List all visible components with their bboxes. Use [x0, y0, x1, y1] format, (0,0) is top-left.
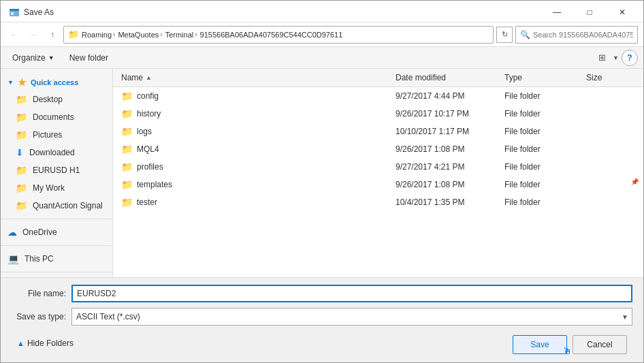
file-cell-name: 📁 config [118, 91, 393, 101]
sidebar-item-mywork-label: My Work [33, 183, 65, 193]
bottom-form: File name: Save as type: ASCII Text (*.c… [1, 277, 643, 362]
toolbar: Organize ▼ New folder ⊞ ▼ ? [1, 47, 643, 69]
maximize-button[interactable]: □ [574, 2, 605, 22]
help-button[interactable]: ? [622, 50, 638, 66]
table-row[interactable]: 📁 config 9/27/2017 4:44 PM File folder [113, 87, 643, 105]
close-button[interactable]: ✕ [607, 2, 638, 22]
hide-folders-button[interactable]: ▲ Hide Folders [17, 338, 74, 348]
saveastype-select[interactable]: ASCII Text (*.csv) [71, 308, 632, 326]
address-bar: ← → ↑ 📁 Roaming › MetaQuotes › Terminal … [1, 22, 643, 47]
file-cell-type: File folder [502, 198, 583, 207]
quick-access-section: ▼ ★ Quick access 📁 Desktop 📌 📁 Documents… [1, 74, 112, 215]
table-row[interactable]: 📁 profiles 9/27/2017 4:21 PM File folder [113, 158, 643, 176]
hide-folders-label: Hide Folders [27, 338, 74, 348]
path-segment-terminal: Terminal › [165, 31, 197, 39]
file-cell-type: File folder [502, 144, 583, 154]
file-cell-date: 9/27/2017 4:44 PM [393, 91, 502, 101]
sidebar-item-onedrive[interactable]: ☁ OneDrive [1, 223, 112, 241]
saveastype-wrapper: ASCII Text (*.csv) ▼ [71, 308, 632, 326]
table-row[interactable]: 📁 MQL4 9/26/2017 1:08 PM File folder [113, 140, 643, 158]
file-cell-type: File folder [502, 180, 583, 189]
address-path[interactable]: 📁 Roaming › MetaQuotes › Terminal › 9155… [63, 26, 494, 44]
file-cell-date: 10/10/2017 1:17 PM [393, 127, 502, 136]
back-button[interactable]: ← [6, 27, 22, 43]
eurusd-folder-icon: 📁 [16, 165, 27, 176]
cancel-label: Cancel [587, 340, 612, 349]
col-name[interactable]: Name ▲ [118, 72, 393, 84]
file-cell-date: 9/26/2017 10:17 PM [393, 109, 502, 119]
organize-button[interactable]: Organize ▼ [6, 50, 61, 66]
saveastype-row: Save as type: ASCII Text (*.csv) ▼ [12, 308, 632, 326]
file-cell-name: 📁 MQL4 [118, 144, 393, 155]
search-box[interactable]: 🔍 [515, 26, 638, 44]
sidebar-item-downloaded[interactable]: ⬇ Downloaded [1, 144, 112, 161]
minimize-button[interactable]: — [541, 2, 573, 22]
file-cell-type: File folder [502, 127, 583, 136]
file-cell-date: 10/4/2017 1:35 PM [393, 198, 502, 207]
sidebar-item-documents[interactable]: 📁 Documents 📌 [1, 108, 112, 126]
quick-access-header[interactable]: ▼ ★ Quick access [1, 74, 112, 91]
file-cell-date: 9/26/2017 1:08 PM [393, 144, 502, 154]
view-button[interactable]: ⊞ [592, 50, 611, 66]
new-folder-label: New folder [69, 53, 108, 63]
folder-icon: 📁 [121, 108, 133, 119]
sidebar-item-thispc-label: This PC [25, 254, 54, 264]
up-button[interactable]: ↑ [44, 27, 61, 43]
save-area: Save 🖱 [513, 335, 567, 354]
folder-icon: 📁 [121, 144, 133, 155]
sidebar-item-eurusd[interactable]: 📁 EURUSD H1 [1, 161, 112, 179]
sidebar-item-pictures[interactable]: 📁 Pictures 📌 [1, 126, 112, 144]
downloaded-folder-icon: ⬇ [16, 147, 24, 158]
save-as-dialog: Save As — □ ✕ ← → ↑ 📁 Roaming › MetaQuot… [0, 0, 644, 363]
path-home-icon: 📁 [68, 29, 79, 40]
main-content: ▼ ★ Quick access 📁 Desktop 📌 📁 Documents… [1, 69, 643, 277]
cancel-button[interactable]: Cancel [573, 335, 627, 354]
organize-label: Organize [12, 53, 46, 63]
sidebar-item-documents-label: Documents [33, 112, 74, 122]
sidebar-item-thispc[interactable]: 💻 This PC [1, 250, 112, 268]
view-chevron-icon: ▼ [613, 54, 619, 61]
quick-access-label: Quick access [31, 78, 78, 86]
onedrive-icon: ☁ [7, 227, 17, 238]
forward-button[interactable]: → [25, 27, 42, 43]
col-size[interactable]: Size [583, 72, 638, 84]
dialog-title: Save As [24, 7, 541, 17]
quick-access-star-icon: ★ [18, 77, 27, 88]
filename-row: File name: [12, 285, 632, 302]
table-row[interactable]: 📁 history 9/26/2017 10:17 PM File folder [113, 105, 643, 123]
dialog-icon [9, 7, 20, 18]
file-cell-date: 9/27/2017 4:21 PM [393, 162, 502, 172]
path-segment-id: 915566BA06ADA407569C544CC0D97611 [200, 31, 343, 39]
quantaction-folder-icon: 📁 [16, 200, 27, 211]
new-folder-button[interactable]: New folder [63, 50, 114, 66]
svg-rect-2 [11, 12, 14, 15]
table-row[interactable]: 📁 tester 10/4/2017 1:35 PM File folder [113, 193, 643, 211]
path-segment-roaming: Roaming › [82, 31, 115, 39]
mywork-folder-icon: 📁 [16, 183, 27, 193]
title-bar: Save As — □ ✕ [1, 1, 643, 22]
file-cell-name: 📁 templates [118, 179, 393, 190]
filename-input[interactable] [71, 285, 632, 302]
file-area: Name ▲ Date modified Type Size 📁 config [113, 69, 643, 277]
search-input[interactable] [533, 31, 633, 39]
quick-access-chevron-icon: ▼ [7, 79, 14, 86]
sidebar-sep-3 [1, 272, 112, 272]
sidebar-item-onedrive-label: OneDrive [22, 227, 57, 237]
sidebar-item-quantaction-label: QuantAction Signal [33, 201, 103, 210]
save-button[interactable]: Save 🖱 [513, 335, 567, 354]
table-row[interactable]: 📁 logs 10/10/2017 1:17 PM File folder [113, 123, 643, 140]
folder-icon: 📁 [121, 91, 133, 101]
organize-chevron-icon: ▼ [48, 54, 54, 61]
col-date[interactable]: Date modified [393, 72, 502, 84]
sidebar-item-desktop-label: Desktop [33, 95, 63, 104]
refresh-button[interactable]: ↻ [496, 27, 513, 43]
window-controls: — □ ✕ [541, 2, 638, 22]
sidebar-sep-1 [1, 219, 112, 219]
table-row[interactable]: 📁 templates 9/26/2017 1:08 PM File folde… [113, 176, 643, 193]
desktop-folder-icon: 📁 [16, 94, 27, 105]
sidebar-item-quantaction[interactable]: 📁 QuantAction Signal [1, 197, 112, 215]
file-header: Name ▲ Date modified Type Size [113, 69, 643, 87]
col-type[interactable]: Type [502, 72, 583, 84]
sidebar-item-desktop[interactable]: 📁 Desktop 📌 [1, 91, 112, 108]
sidebar-item-mywork[interactable]: 📁 My Work [1, 179, 112, 197]
